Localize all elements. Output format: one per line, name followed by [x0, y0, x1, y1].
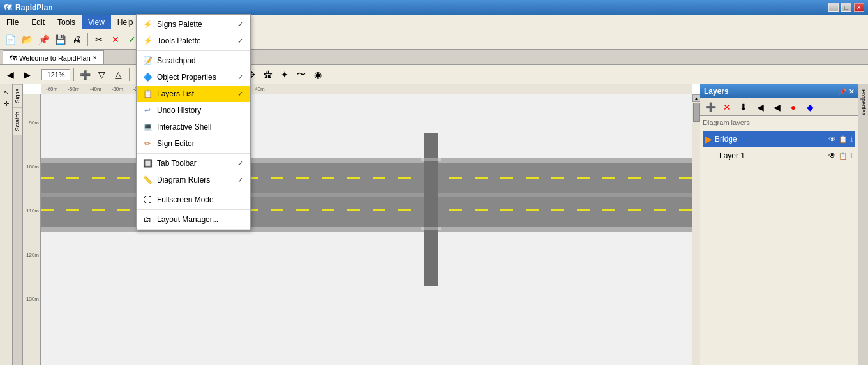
up-triangle[interactable]: △ — [110, 67, 126, 82]
ruler-mark: -30m — [107, 86, 128, 92]
menu-signs-palette[interactable]: ⚡ Signs Palette ✓ — [137, 16, 250, 33]
layer-red-btn[interactable]: ● — [786, 100, 801, 115]
layer-down-btn[interactable]: ⬇ — [736, 100, 751, 115]
print-button[interactable]: 🖨 — [69, 32, 84, 47]
layer-row-bridge[interactable]: ▶ Bridge 👁 📋 ℹ — [703, 131, 855, 147]
tabbar: 🗺 Welcome to RapidPlan × — [0, 50, 868, 65]
layer-bridge-info-icon[interactable]: ℹ — [850, 135, 853, 144]
layer1-info-icon[interactable]: ℹ — [850, 152, 853, 160]
layer1-copy-icon[interactable]: 📋 — [839, 152, 848, 160]
add-tool[interactable]: ➕ — [77, 67, 93, 82]
delete-button[interactable]: ✕ — [108, 32, 123, 47]
layout-manager-check — [235, 214, 245, 225]
layers-pin-icon[interactable]: 📌 — [839, 88, 846, 95]
cut-button[interactable]: ✂ — [91, 32, 107, 47]
tab-close[interactable]: × — [93, 54, 97, 61]
properties-side-tab[interactable]: Properties — [859, 84, 868, 121]
main-layout: ↖ ✛ Signs Scratch -60m -50m -40m -30m -2… — [0, 84, 868, 365]
layers-window-controls[interactable]: 📌 ✕ — [839, 88, 854, 95]
main-tab[interactable]: 🗺 Welcome to RapidPlan × — [3, 50, 104, 64]
layer-delete-btn[interactable]: ✕ — [719, 100, 735, 115]
tab-icon: 🗺 — [10, 54, 17, 62]
vertical-scrollbar[interactable]: ▲ — [692, 94, 700, 365]
menu-sign-editor[interactable]: ✏ Sign Editor — [137, 135, 250, 152]
layer-row-layer1[interactable]: Layer 1 👁 📋 ℹ — [703, 147, 855, 164]
tools-palette-label: Tools Palette — [157, 36, 231, 45]
titlebar-controls[interactable]: ─ □ ✕ — [828, 3, 864, 12]
bridge-pole-left — [424, 133, 438, 286]
menu-tools[interactable]: Tools — [51, 15, 82, 29]
tools-palette-check: ✓ — [235, 36, 245, 46]
nav-forward[interactable]: ▶ — [19, 67, 34, 82]
ruler-left-mark: 100m — [26, 164, 39, 170]
new-button[interactable]: 📄 — [3, 32, 18, 47]
menu-undo-history[interactable]: ↩ Undo History — [137, 102, 250, 119]
interactive-shell-check — [235, 122, 245, 132]
layer-bridge-copy-icon[interactable]: 📋 — [839, 135, 848, 144]
diagram-rulers-icon: 📏 — [142, 174, 153, 186]
close-button[interactable]: ✕ — [854, 3, 864, 12]
save-button[interactable]: 💾 — [52, 32, 68, 47]
object-properties-label: Object Properties — [157, 73, 231, 82]
minimize-button[interactable]: ─ — [828, 3, 839, 12]
menubar: File Edit Tools View Help — [0, 15, 868, 29]
menu-interactive-shell[interactable]: 💻 Interactive Shell — [137, 119, 250, 135]
layers-close-icon[interactable]: ✕ — [849, 88, 854, 95]
menu-tab-toolbar[interactable]: 🔲 Tab Toolbar ✓ — [137, 155, 250, 172]
ruler-left-mark: 120m — [26, 252, 39, 258]
layers-list-check: ✓ — [235, 89, 245, 99]
pin-button[interactable]: 📌 — [36, 32, 51, 47]
layer-add-btn[interactable]: ➕ — [703, 100, 718, 115]
menu-fullscreen[interactable]: ⛶ Fullscreen Mode — [137, 191, 250, 208]
tool-arrow[interactable]: ↖ — [1, 87, 11, 97]
ruler-mark: -40m — [84, 86, 106, 92]
menu-scratchpad[interactable]: 📝 Scratchpad — [137, 52, 250, 69]
layers-panel: Layers 📌 ✕ ➕ ✕ ⬇ ◀ ◀ ● ◆ Diagram layers … — [700, 84, 858, 365]
undo-history-icon: ↩ — [142, 105, 153, 116]
menu-group-toolbars: 🔲 Tab Toolbar ✓ 📏 Diagram Rulers ✓ — [137, 154, 250, 190]
scroll-up-arrow[interactable]: ▲ — [692, 94, 700, 102]
tab-label: Welcome to RapidPlan — [19, 54, 91, 62]
down-triangle[interactable]: ▽ — [94, 67, 109, 82]
layer-blue-btn[interactable]: ◆ — [802, 100, 818, 115]
snap-tool[interactable]: ◉ — [310, 67, 326, 82]
menu-object-properties[interactable]: 🔷 Object Properties ✓ — [137, 69, 250, 86]
menu-layers-list[interactable]: 📋 Layers List ✓ — [137, 86, 250, 102]
menu-layout-manager[interactable]: 🗂 Layout Manager... — [137, 211, 250, 228]
road-tool[interactable]: 🛣 — [260, 67, 276, 82]
menu-edit[interactable]: Edit — [25, 15, 51, 29]
maximize-button[interactable]: □ — [841, 3, 851, 12]
menu-diagram-rulers[interactable]: 📏 Diagram Rulers ✓ — [137, 172, 250, 188]
bridge-marking-2 — [421, 227, 441, 230]
scroll-thumb[interactable] — [693, 103, 700, 122]
signs-tab[interactable]: Signs — [13, 84, 22, 107]
intersect-tool[interactable]: ✦ — [277, 67, 292, 82]
layers-title: Layers — [704, 87, 729, 96]
right-side-tab: Properties — [858, 84, 868, 365]
nav-back[interactable]: ◀ — [3, 67, 18, 82]
zoom-toolbar: ◀ ▶ 121% ➕ ▽ △ ⊞ ⊟ ⊞ ⊡ 🔍 ⊕ ✥ 🛣 ✦ 〜 ◉ — [0, 65, 868, 84]
undo-history-check — [235, 105, 245, 115]
layer-left-btn[interactable]: ◀ — [752, 100, 768, 115]
tab-toolbar-check: ✓ — [235, 158, 245, 168]
curve-tool[interactable]: 〜 — [294, 67, 309, 82]
menu-file[interactable]: File — [0, 15, 25, 29]
open-button[interactable]: 📂 — [19, 32, 34, 47]
tool-cross[interactable]: ✛ — [1, 98, 11, 108]
diagram-rulers-check: ✓ — [235, 175, 245, 185]
menu-group-layout: 🗂 Layout Manager... — [137, 210, 250, 230]
menu-view[interactable]: View — [82, 15, 111, 29]
zoom-sep-2 — [73, 68, 74, 81]
menu-group-panels: 📝 Scratchpad 🔷 Object Properties ✓ 📋 Lay… — [137, 51, 250, 154]
app-title: RapidPlan — [15, 3, 53, 12]
layer-bridge-arrow-icon: ▶ — [705, 134, 712, 144]
signs-palette-label: Signs Palette — [157, 20, 231, 29]
layer-left2-btn[interactable]: ◀ — [769, 100, 784, 115]
left-tool-strip: ↖ ✛ — [0, 84, 13, 365]
zoom-level: 121% — [41, 69, 70, 80]
layer1-eye-icon[interactable]: 👁 — [828, 151, 836, 160]
layer-bridge-eye-icon[interactable]: 👁 — [828, 135, 836, 144]
menu-tools-palette[interactable]: ⚡ Tools Palette ✓ — [137, 33, 250, 49]
scratch-tab[interactable]: Scratch — [13, 107, 22, 135]
menu-help[interactable]: Help — [111, 15, 140, 29]
